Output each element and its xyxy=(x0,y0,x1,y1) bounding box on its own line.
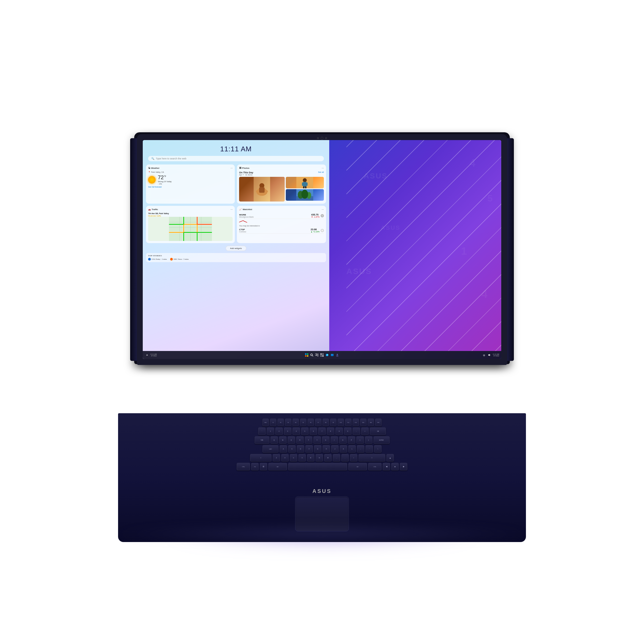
key-shift-left[interactable]: ⇧ xyxy=(250,454,272,462)
key-f9[interactable]: F9 xyxy=(330,419,336,426)
key-h[interactable]: H xyxy=(323,445,330,453)
key-equals[interactable]: = xyxy=(361,427,369,435)
key-shift-right[interactable]: ⇧ xyxy=(358,454,385,462)
traffic-menu-button[interactable]: ··· xyxy=(230,208,233,211)
story-item-nbc[interactable]: NBC News · 5 mins xyxy=(170,258,189,261)
key-comma[interactable]: , xyxy=(333,454,340,462)
stock-row-wgrb[interactable]: WGRB Woodgrove Bank 435.75 ▼ -1.67% xyxy=(239,213,324,219)
key-slash[interactable]: / xyxy=(350,454,357,462)
key-j[interactable]: J xyxy=(331,445,339,453)
traffic-widget[interactable]: 🚗 Traffic ··· 7th Ave SB, Park Valley Mo… xyxy=(146,206,235,243)
key-7[interactable]: 7 xyxy=(318,427,326,435)
see-all-photos-link[interactable]: See all xyxy=(318,171,324,173)
key-tab[interactable]: TAB xyxy=(255,436,269,444)
key-f4[interactable]: F4 xyxy=(292,419,299,426)
key-p[interactable]: P xyxy=(348,436,355,444)
key-ctrl-right[interactable]: CTRL xyxy=(368,463,382,470)
key-d[interactable]: D xyxy=(297,445,304,453)
key-space[interactable] xyxy=(288,463,347,470)
key-minus[interactable]: - xyxy=(353,427,360,435)
photos-menu-button[interactable]: ··· xyxy=(321,167,324,170)
key-r[interactable]: R xyxy=(296,436,304,444)
key-f12[interactable]: F12 xyxy=(353,419,359,426)
taskbar-edge-button[interactable] xyxy=(325,353,329,357)
story-item-usa-today[interactable]: USA Today · 2 mins xyxy=(148,258,167,261)
key-a[interactable]: A xyxy=(280,445,287,453)
key-8[interactable]: 8 xyxy=(327,427,334,435)
key-t[interactable]: T xyxy=(305,436,312,444)
key-i[interactable]: I xyxy=(331,436,338,444)
windows-start-button[interactable] xyxy=(305,353,309,357)
watchlist-widget[interactable]: 📈 Watchlist ··· WGRB Woodgrove Bank xyxy=(237,206,326,243)
key-m[interactable]: M xyxy=(324,454,332,462)
key-6[interactable]: 6 xyxy=(310,427,317,435)
key-f10[interactable]: F10 xyxy=(338,419,344,426)
watchlist-menu-button[interactable]: ··· xyxy=(321,208,324,211)
key-rbracket[interactable]: ] xyxy=(365,436,372,444)
key-win[interactable]: ⊞ xyxy=(260,463,267,470)
key-s[interactable]: S xyxy=(288,445,296,453)
taskbar-network-icon[interactable] xyxy=(482,353,486,357)
key-f8[interactable]: F8 xyxy=(323,419,329,426)
taskbar-taskview-button[interactable] xyxy=(315,353,319,357)
key-esc[interactable]: ESC xyxy=(262,419,269,426)
key-2[interactable]: 2 xyxy=(275,427,283,435)
key-semicolon[interactable]: ; xyxy=(357,445,364,453)
key-3[interactable]: 3 xyxy=(284,427,291,435)
key-backtick[interactable]: ` xyxy=(258,427,266,435)
add-widgets-button[interactable]: Add widgets xyxy=(226,246,247,251)
weather-widget[interactable]: 🌤 Weather ··· 📍 Park Valley, CA xyxy=(146,164,235,204)
key-right[interactable]: ▶ xyxy=(400,463,407,470)
key-f[interactable]: F xyxy=(305,445,313,453)
key-f11[interactable]: F11 xyxy=(345,419,352,426)
key-z[interactable]: Z xyxy=(273,454,280,462)
weather-menu-button[interactable]: ··· xyxy=(230,167,233,170)
stock-row-ctsp[interactable]: CTSP Contoso 23.98 ▲ +2.23% xyxy=(239,227,324,234)
key-ctrl-left[interactable]: CTRL xyxy=(237,463,250,470)
system-tray-icon-1[interactable] xyxy=(145,353,149,357)
key-backslash[interactable]: \ xyxy=(374,445,382,453)
key-ins[interactable]: INS xyxy=(368,419,374,426)
key-alt-left[interactable]: ALT xyxy=(268,463,287,470)
key-0[interactable]: 0 xyxy=(344,427,352,435)
taskbar-teams-button[interactable] xyxy=(335,353,339,357)
key-x[interactable]: X xyxy=(281,454,289,462)
key-f5[interactable]: F5 xyxy=(300,419,306,426)
key-g[interactable]: G xyxy=(314,445,321,453)
key-enter[interactable]: ENTER xyxy=(374,436,390,444)
key-down[interactable]: ▼ xyxy=(391,463,399,470)
photos-widget[interactable]: 🖼 Photos ··· On This Day Apr 7 · 31 Item… xyxy=(237,164,326,204)
key-9[interactable]: 9 xyxy=(335,427,343,435)
key-period[interactable]: . xyxy=(341,454,349,462)
key-backspace[interactable]: ⌫ xyxy=(370,427,386,435)
key-4[interactable]: 4 xyxy=(292,427,300,435)
key-f3[interactable]: F3 xyxy=(285,419,291,426)
key-n[interactable]: N xyxy=(316,454,323,462)
key-up[interactable]: ▲ xyxy=(386,454,394,462)
key-y[interactable]: Y xyxy=(313,436,321,444)
see-full-forecast-link[interactable]: See full forecast xyxy=(148,186,233,188)
key-f1[interactable]: F1 xyxy=(270,419,276,426)
key-5[interactable]: 5 xyxy=(301,427,309,435)
key-e[interactable]: E xyxy=(288,436,295,444)
search-bar[interactable]: 🔍 Type here to search the web xyxy=(148,156,324,161)
taskbar-search-button[interactable] xyxy=(310,353,314,357)
key-lbracket[interactable]: [ xyxy=(356,436,364,444)
key-c[interactable]: C xyxy=(290,454,297,462)
key-caps-lock[interactable]: CAPS xyxy=(262,445,279,453)
taskbar-outlook-button[interactable] xyxy=(330,353,334,357)
key-l[interactable]: L xyxy=(348,445,356,453)
taskbar-widgets-button[interactable] xyxy=(320,353,324,357)
key-quote[interactable]: ' xyxy=(365,445,373,453)
key-fn[interactable]: FN xyxy=(251,463,259,470)
key-alt-right[interactable]: ALT xyxy=(348,463,367,470)
key-f2[interactable]: F2 xyxy=(277,419,284,426)
key-del[interactable]: DEL xyxy=(360,419,367,426)
key-1[interactable]: 1 xyxy=(267,427,274,435)
key-k[interactable]: K xyxy=(340,445,347,453)
key-o[interactable]: O xyxy=(339,436,347,444)
key-prtsc[interactable]: PRT xyxy=(375,419,382,426)
key-u[interactable]: U xyxy=(322,436,330,444)
key-w[interactable]: W xyxy=(279,436,287,444)
key-f7[interactable]: F7 xyxy=(315,419,321,426)
